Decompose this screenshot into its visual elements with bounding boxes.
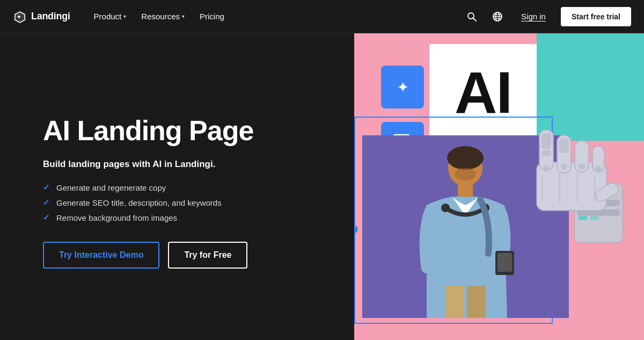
robot-hand-container: [499, 98, 644, 248]
logo-icon: ✦: [13, 10, 27, 24]
magic-wand-icon: ✦: [397, 78, 409, 96]
demo-button[interactable]: Try Interactive Demo: [43, 242, 159, 269]
svg-point-39: [579, 163, 585, 170]
free-trial-button[interactable]: Try for Free: [168, 242, 247, 269]
feature-text-2: Generate SEO title, description, and key…: [56, 198, 222, 207]
svg-rect-23: [445, 286, 464, 318]
start-trial-button[interactable]: Start free trial: [561, 7, 631, 26]
feature-item-1: ✓ Generate and regenerate copy: [43, 183, 322, 192]
svg-rect-46: [590, 216, 599, 220]
signin-button[interactable]: Sign in: [515, 8, 552, 25]
globe-button[interactable]: [489, 8, 506, 25]
hero-subtitle: Build landing pages with AI in Landingi.: [43, 159, 322, 170]
ai-icon-card: ✦: [381, 66, 424, 108]
svg-point-17: [455, 168, 476, 180]
globe-icon: [492, 11, 503, 22]
svg-rect-18: [458, 184, 473, 197]
svg-point-37: [543, 165, 550, 172]
product-chevron-icon: ▾: [123, 13, 126, 19]
svg-point-40: [595, 165, 602, 172]
feature-text-1: Generate and regenerate copy: [56, 183, 166, 192]
hero-section: AI Landing Page Build landing pages with…: [0, 33, 354, 340]
svg-text:✦: ✦: [17, 14, 21, 20]
check-icon-1: ✓: [43, 183, 50, 192]
logo-text: Landingi: [31, 11, 70, 22]
search-button[interactable]: [463, 8, 480, 25]
svg-point-38: [561, 163, 567, 170]
feature-item-3: ✓ Remove background from images: [43, 213, 322, 222]
check-icon-3: ✓: [43, 213, 50, 222]
navbar: ✦ Landingi Product ▾ Resources ▾ Pricing: [0, 0, 644, 33]
hero-title: AI Landing Page: [43, 115, 322, 146]
feature-list: ✓ Generate and regenerate copy ✓ Generat…: [43, 183, 322, 222]
search-icon: [466, 11, 477, 22]
cta-buttons: Try Interactive Demo Try for Free: [43, 242, 322, 269]
nav-links: Product ▾ Resources ▾ Pricing: [87, 8, 463, 25]
check-icon-2: ✓: [43, 198, 50, 207]
nav-resources[interactable]: Resources ▾: [135, 8, 191, 25]
nav-pricing[interactable]: Pricing: [193, 8, 231, 25]
logo[interactable]: ✦ Landingi: [13, 10, 70, 24]
robot-hand-icon: [499, 98, 644, 248]
svg-rect-31: [541, 150, 551, 156]
resources-chevron-icon: ▾: [182, 13, 185, 19]
svg-rect-45: [579, 216, 587, 220]
svg-rect-20: [497, 253, 512, 272]
feature-text-3: Remove background from images: [56, 213, 177, 222]
nav-right: Sign in Start free trial: [463, 7, 631, 26]
hero-visual: AI ✦: [354, 33, 644, 340]
svg-point-21: [441, 204, 450, 212]
svg-point-16: [447, 146, 484, 170]
main-content: AI Landing Page Build landing pages with…: [0, 33, 644, 340]
svg-line-4: [473, 18, 476, 21]
svg-rect-24: [467, 286, 486, 318]
svg-rect-33: [559, 138, 569, 153]
feature-item-2: ✓ Generate SEO title, description, and k…: [43, 198, 322, 207]
nav-product[interactable]: Product ▾: [87, 8, 133, 25]
svg-rect-30: [541, 133, 551, 149]
svg-point-3: [468, 13, 474, 19]
